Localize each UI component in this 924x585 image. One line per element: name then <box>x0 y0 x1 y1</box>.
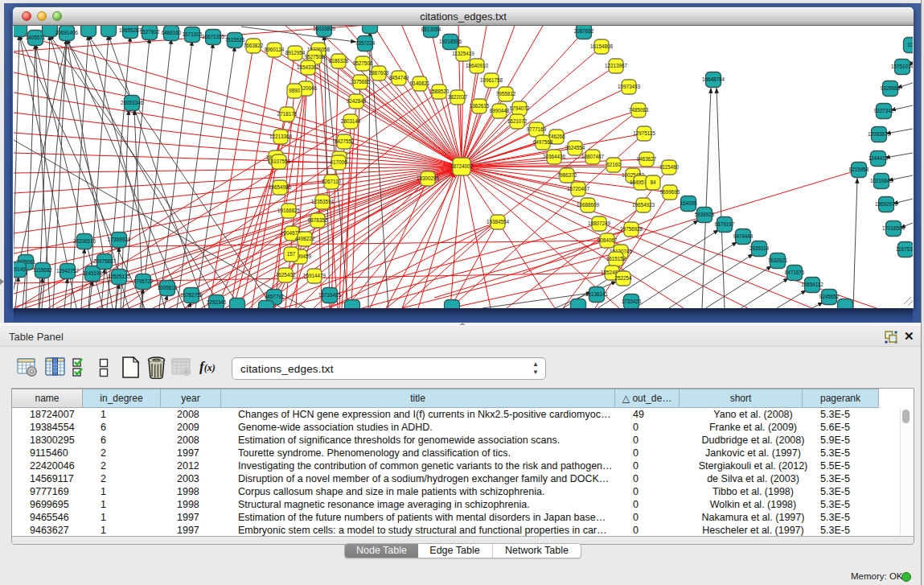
svg-text:19218506: 19218506 <box>439 39 462 44</box>
svg-text:9463627: 9463627 <box>637 156 657 162</box>
svg-text:1615152: 1615152 <box>606 256 626 262</box>
svg-text:84: 84 <box>650 179 656 185</box>
svg-text:16154808: 16154808 <box>590 43 614 49</box>
svg-text:17359924: 17359924 <box>108 237 131 242</box>
svg-text:16033809: 16033809 <box>313 26 336 31</box>
svg-text:6497568: 6497568 <box>533 139 553 145</box>
svg-text:12353594: 12353594 <box>311 199 335 204</box>
svg-text:3822037: 3822037 <box>448 94 468 100</box>
svg-text:1621072: 1621072 <box>507 118 528 124</box>
svg-text:10688609: 10688609 <box>577 202 600 208</box>
svg-text:252254: 252254 <box>614 275 632 281</box>
svg-text:19654985: 19654985 <box>269 184 292 190</box>
svg-text:1527602: 1527602 <box>140 29 160 35</box>
svg-text:9527508: 9527508 <box>353 60 373 66</box>
svg-text:10961758: 10961758 <box>480 77 503 83</box>
svg-text:15692971: 15692971 <box>875 201 898 207</box>
svg-text:10654112: 10654112 <box>801 282 823 287</box>
svg-text:8990448: 8990448 <box>490 108 510 113</box>
svg-text:5938928: 5938928 <box>695 212 715 217</box>
svg-text:16543362: 16543362 <box>297 64 320 70</box>
svg-text:20691406: 20691406 <box>55 30 79 35</box>
svg-text:12093873: 12093873 <box>868 131 891 137</box>
svg-text:12505135: 12505135 <box>108 274 131 279</box>
svg-text:7632621: 7632621 <box>768 257 788 263</box>
svg-text:6879197: 6879197 <box>715 221 735 227</box>
svg-text:3624554: 3624554 <box>565 145 585 150</box>
svg-text:1115682: 1115682 <box>33 267 52 273</box>
svg-text:19166825: 19166825 <box>277 208 301 213</box>
svg-text:8471676: 8471676 <box>785 270 805 275</box>
svg-text:1071915: 1071915 <box>183 31 203 37</box>
svg-text:1405571: 1405571 <box>26 35 46 40</box>
svg-text:746266: 746266 <box>548 134 565 139</box>
svg-text:6466160: 6466160 <box>162 30 182 35</box>
svg-text:8215958: 8215958 <box>849 167 869 172</box>
svg-text:20053346: 20053346 <box>121 100 144 105</box>
svg-text:9245652: 9245652 <box>819 294 840 299</box>
svg-text:20206576: 20206576 <box>73 238 97 244</box>
svg-text:4498222: 4498222 <box>295 236 315 241</box>
svg-text:12942757: 12942757 <box>56 268 80 274</box>
svg-text:39149: 39149 <box>14 266 26 272</box>
svg-text:3375685: 3375685 <box>351 79 371 84</box>
svg-text:10655287: 10655287 <box>119 27 142 33</box>
svg-text:8454749: 8454749 <box>389 75 409 80</box>
svg-text:10807487: 10807487 <box>581 154 605 159</box>
svg-text:6794072: 6794072 <box>510 105 530 111</box>
svg-text:12975115: 12975115 <box>633 130 655 136</box>
svg-text:18724007: 18724007 <box>450 163 474 169</box>
svg-text:11325419: 11325419 <box>452 51 474 56</box>
svg-text:16782759: 16782759 <box>180 292 203 298</box>
svg-text:8813054: 8813054 <box>421 27 441 32</box>
svg-text:62160: 62160 <box>606 162 621 167</box>
svg-text:9242848: 9242848 <box>347 98 367 104</box>
svg-text:9527506: 9527506 <box>305 54 325 60</box>
svg-text:18300295: 18300295 <box>417 175 440 181</box>
svg-text:1244413: 1244413 <box>869 155 889 161</box>
svg-text:19756928: 19756928 <box>620 226 643 232</box>
svg-text:9084067: 9084067 <box>598 237 618 243</box>
svg-text:111: 111 <box>907 42 913 47</box>
svg-text:1167533: 1167533 <box>896 246 913 252</box>
svg-text:2867608: 2867608 <box>369 70 389 76</box>
svg-text:7357224: 7357224 <box>355 40 376 46</box>
svg-text:10973493: 10973493 <box>618 84 641 89</box>
svg-text:15136141: 15136141 <box>585 291 609 297</box>
svg-text:16648784: 16648784 <box>702 76 725 82</box>
svg-text:12213967: 12213967 <box>605 63 628 68</box>
svg-text:1588520: 1588520 <box>429 89 450 94</box>
svg-text:7663822: 7663822 <box>244 43 264 48</box>
svg-text:16914479: 16914479 <box>303 273 326 278</box>
svg-text:9699695: 9699695 <box>660 189 680 195</box>
svg-text:8186328: 8186328 <box>329 58 349 64</box>
svg-text:20364436: 20364436 <box>543 154 566 159</box>
svg-text:2718176: 2718176 <box>277 111 298 117</box>
svg-text:19654923: 19654923 <box>632 202 655 208</box>
svg-text:1095812: 1095812 <box>158 285 178 290</box>
svg-text:18807249: 18807249 <box>588 220 611 226</box>
svg-text:9474444: 9474444 <box>733 233 754 239</box>
svg-text:9115460: 9115460 <box>659 164 680 170</box>
svg-text:9890: 9890 <box>289 88 301 93</box>
svg-text:15720407: 15720407 <box>567 186 590 192</box>
svg-text:10107554: 10107554 <box>268 159 291 164</box>
svg-text:17016504: 17016504 <box>882 225 906 231</box>
svg-text:1362615: 1362615 <box>470 103 490 109</box>
svg-text:15716485: 15716485 <box>318 292 342 298</box>
svg-text:9329966: 9329966 <box>881 85 901 91</box>
svg-text:8912954: 8912954 <box>285 50 306 56</box>
svg-text:8427552: 8427552 <box>335 138 355 144</box>
svg-text:15751074: 15751074 <box>891 64 913 69</box>
svg-text:1145194: 1145194 <box>83 270 103 276</box>
svg-text:164095: 164095 <box>680 200 697 206</box>
svg-text:9457791: 9457791 <box>265 294 285 299</box>
svg-text:157: 157 <box>287 251 296 257</box>
svg-text:417006: 417006 <box>330 159 347 165</box>
svg-text:9227342: 9227342 <box>874 108 894 113</box>
svg-text:1795722: 1795722 <box>133 278 154 284</box>
svg-text:8267110: 8267110 <box>322 179 342 184</box>
svg-text:2803144: 2803144 <box>341 118 361 124</box>
svg-text:19384554: 19384554 <box>487 219 510 225</box>
svg-text:7515526: 7515526 <box>225 37 245 43</box>
